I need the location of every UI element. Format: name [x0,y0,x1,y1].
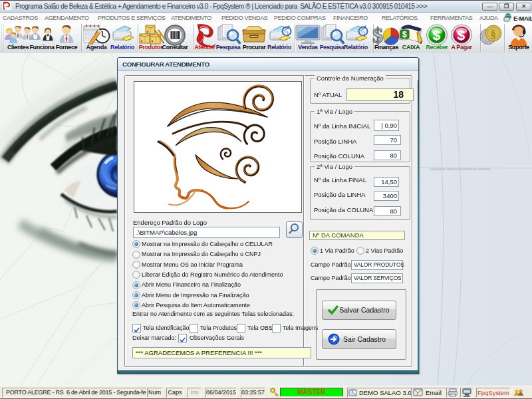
svg-text:$: $ [458,27,466,43]
svg-text:$: $ [372,24,383,46]
svg-text:$: $ [402,30,407,39]
svg-text:$: $ [433,27,441,43]
svg-text:§: § [491,28,497,41]
svg-text:FpqSystem desenvolvimento de s: FpqSystem desenvolvimento de sistemas [429,167,491,171]
